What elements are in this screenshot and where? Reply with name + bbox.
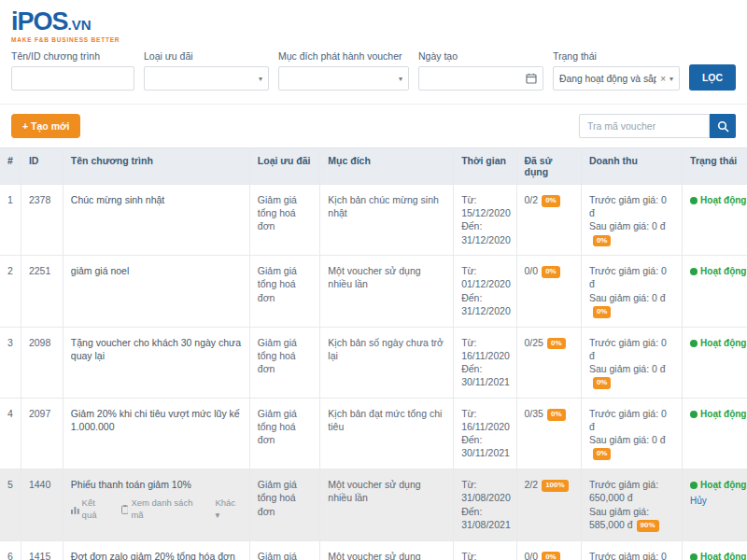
filter-type-group: Loại ưu đãi ▾ <box>144 50 269 91</box>
table-row[interactable]: 51440Phiếu thanh toán giảm 10% Kết quả X… <box>0 469 747 540</box>
voucher-search-input[interactable] <box>579 114 710 138</box>
voucher-name-cell: Đợt đơn zalo giảm 20% tổng hóa đơn <box>63 540 249 560</box>
filter-purpose-label: Mục đích phát hành voucher <box>278 50 409 62</box>
time-range-cell: Từ:22/08/2020Đến:31/08/2021 <box>454 540 516 560</box>
voucher-purpose: Một voucher sử dụng nhiều lần <box>320 469 454 540</box>
filter-button[interactable]: LỌC <box>689 64 736 91</box>
search-icon <box>717 120 729 133</box>
chevron-down-icon: ▾ <box>259 75 262 83</box>
table-row[interactable]: 61415Đợt đơn zalo giảm 20% tổng hóa đơnG… <box>0 540 747 560</box>
time-line: 16/11/2020 <box>461 420 508 433</box>
status-dot-icon <box>690 482 698 489</box>
revenue-before: Trước giảm giá: 0 đ <box>589 336 674 362</box>
status-cell: Hoạt động <box>683 540 747 560</box>
voucher-table-body: 12378Chúc mừng sinh nhậtGiảm giá tổng ho… <box>0 185 747 560</box>
time-line: Đến: <box>461 433 508 446</box>
voucher-id: 2098 <box>21 327 63 398</box>
revenue-cell: Trước giảm giá: 0 đSau giảm giá: 0 đ0% <box>581 327 682 398</box>
revenue-after: Sau giảm giá: 585,000 đ90% <box>589 505 674 532</box>
time-range-cell: Từ:31/08/2020Đến:31/08/2021 <box>454 469 516 540</box>
time-line: 30/11/2021 <box>461 446 508 459</box>
row-index: 2 <box>0 256 21 327</box>
clear-icon[interactable]: × <box>660 74 666 84</box>
time-line: Đến: <box>461 505 508 518</box>
status-cell: Hoạt động <box>683 185 747 256</box>
voucher-name: Giảm 20% khi chi tiêu vượt mức lũy kế 1.… <box>71 408 240 432</box>
search-button[interactable] <box>710 114 736 138</box>
status-dot-icon <box>690 553 698 560</box>
filter-name-input[interactable] <box>11 66 134 91</box>
status-cell: Hoạt động <box>683 327 747 398</box>
used-percent-badge: 0% <box>547 338 566 350</box>
column-header: Đã sử dụng <box>516 148 581 185</box>
discount-type: Giảm giá tổng hoá đơn <box>249 256 320 327</box>
voucher-id: 2378 <box>21 185 63 256</box>
voucher-search <box>579 114 736 138</box>
revenue-before: Trước giảm giá: 0 đ <box>589 193 674 219</box>
used-count-cell: 0/00% <box>516 256 581 327</box>
used-count: 0/25 <box>525 337 543 348</box>
voucher-id: 1415 <box>21 540 63 560</box>
revenue-percent-badge: 0% <box>593 448 612 460</box>
row-index: 1 <box>0 185 21 256</box>
used-count-cell: 0/00% <box>516 540 581 560</box>
voucher-id: 2097 <box>21 398 63 469</box>
filter-purpose-group: Mục đích phát hành voucher ▾ <box>278 50 409 91</box>
time-range-cell: Từ:16/11/2020Đến:30/11/2021 <box>454 398 516 469</box>
time-line: Đến: <box>461 362 508 375</box>
chevron-down-icon[interactable]: ▾ <box>669 75 673 83</box>
view-code-list-link[interactable]: Xem danh sách mã <box>121 497 206 522</box>
time-line: 31/12/2020 <box>461 233 508 246</box>
voucher-name-cell: Tặng voucher cho khách 30 ngày chưa quay… <box>63 327 249 398</box>
table-row[interactable]: 12378Chúc mừng sinh nhậtGiảm giá tổng ho… <box>0 185 747 256</box>
filter-purpose-select[interactable]: ▾ <box>278 66 409 91</box>
time-line: 30/11/2021 <box>461 375 508 388</box>
status-badge: Hoạt động <box>690 338 746 348</box>
status-dot-icon <box>690 340 698 347</box>
app-header: iPOS.vn MAKE F&B BUSINESS BETTER <box>0 0 747 47</box>
column-header: Loại ưu đãi <box>249 148 320 185</box>
discount-type: Giảm giá tổng hoá đơn <box>249 327 320 398</box>
status-badge: Hoạt động <box>690 409 746 419</box>
filter-name-label: Tên/ID chương trình <box>11 50 134 62</box>
more-actions-link[interactable]: Khác ▾ <box>215 497 241 522</box>
create-new-button[interactable]: + Tạo mới <box>11 114 80 138</box>
revenue-percent-badge: 0% <box>593 306 612 318</box>
column-header: Trạng thái <box>683 148 747 185</box>
calendar-icon <box>526 73 537 84</box>
filter-type-select[interactable]: ▾ <box>144 66 269 91</box>
voucher-purpose: Kịch bản đạt mức tổng chi tiêu <box>320 398 454 469</box>
voucher-purpose: Một voucher sử dụng nhiều lần <box>320 256 454 327</box>
time-line: Từ: <box>461 264 508 277</box>
filter-date-input[interactable] <box>418 66 543 91</box>
status-cell: Hoạt động <box>683 256 747 327</box>
chevron-down-icon: ▾ <box>399 75 402 83</box>
action-toolbar: + Tạo mới <box>0 105 747 147</box>
voucher-id: 1440 <box>21 469 63 540</box>
cancel-link[interactable]: Hủy <box>690 495 707 508</box>
logo-text: iPOS <box>11 7 68 35</box>
revenue-before: Trước giảm giá: 0 đ <box>589 264 674 290</box>
voucher-name: Chúc mừng sinh nhật <box>71 194 164 205</box>
status-badge: Hoạt động <box>690 195 746 205</box>
time-line: 31/08/2020 <box>461 491 508 504</box>
table-row[interactable]: 22251giảm giá noelGiảm giá tổng hoá đơnM… <box>0 256 747 327</box>
column-header: # <box>0 148 21 185</box>
voucher-purpose: Một voucher sử dụng nhiều lần <box>320 540 454 560</box>
row-actions: Kết quả Xem danh sách mãKhác ▾ <box>71 497 242 522</box>
revenue-percent-badge: 0% <box>593 377 612 389</box>
ipos-logo: iPOS.vn MAKE F&B BUSINESS BETTER <box>11 9 736 43</box>
discount-type: Giảm giá tổng hoá đơn <box>249 398 320 469</box>
used-count-cell: 2/2100% <box>516 469 581 540</box>
row-index: 5 <box>0 469 21 540</box>
table-row[interactable]: 32098Tặng voucher cho khách 30 ngày chưa… <box>0 327 747 398</box>
revenue-cell: Trước giảm giá: 650,000 đSau giảm giá: 5… <box>581 469 682 540</box>
column-header: Tên chương trình <box>63 148 249 185</box>
used-percent-badge: 100% <box>542 480 568 492</box>
voucher-name: Phiếu thanh toán giảm 10% <box>71 479 191 490</box>
result-link[interactable]: Kết quả <box>71 497 112 522</box>
row-index: 6 <box>0 540 21 560</box>
table-row[interactable]: 42097Giảm 20% khi chi tiêu vượt mức lũy … <box>0 398 747 469</box>
filter-status-select[interactable]: Đang hoạt động và sắp đến × ▾ <box>553 66 680 91</box>
logo-tagline: MAKE F&B BUSINESS BETTER <box>11 36 736 43</box>
